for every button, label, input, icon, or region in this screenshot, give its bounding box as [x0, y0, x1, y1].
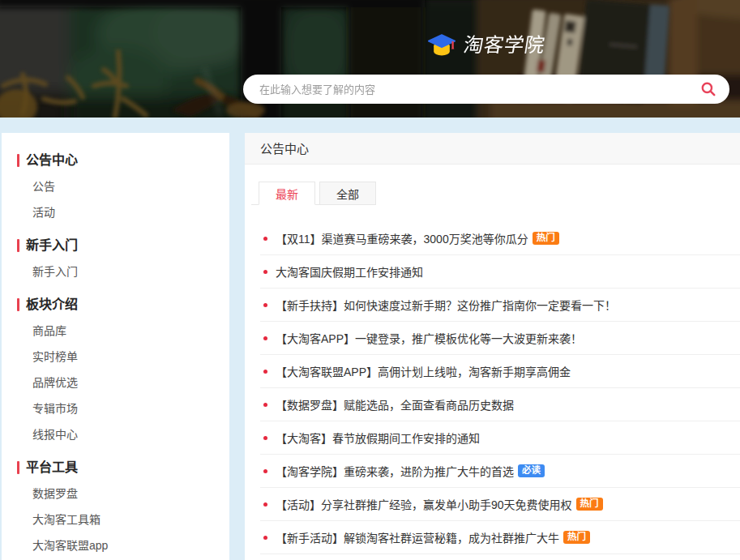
sidebar-item[interactable]: 线报中心	[2, 421, 229, 447]
tab-bar: 最新全部	[251, 182, 376, 205]
brand-logo[interactable]: 淘客学院	[0, 33, 740, 58]
sidebar-item[interactable]: 新手入门	[2, 259, 229, 284]
sidebar-section-title-label: 新手入门	[26, 238, 78, 252]
brand-name: 淘客学院	[462, 36, 546, 56]
announcement-title: 【活动】分享社群推广经验，赢发单小助手90天免费使用权	[276, 496, 572, 512]
tab-active[interactable]: 最新	[259, 182, 315, 205]
announcement-title: 【大淘客APP】一键登录，推广模板优化等一大波更新来袭！	[276, 330, 582, 346]
sidebar-section-title-label: 平台工具	[26, 460, 78, 474]
sidebar-section-title[interactable]: 公告中心	[2, 147, 229, 173]
sidebar-section-title[interactable]: 平台工具	[2, 455, 229, 481]
announcement-title: 【大淘客联盟APP】高佣计划上线啦，淘客新手期享高佣金	[276, 363, 571, 379]
announcement-row[interactable]: 【淘客学院】重磅来袭，进阶为推广大牛的首选必读	[260, 455, 740, 488]
sidebar-item[interactable]: 品牌优选	[2, 370, 229, 395]
sidebar-item[interactable]: 大淘客工具箱	[2, 507, 229, 532]
sidebar-item[interactable]: 专辑市场	[2, 395, 229, 421]
announcement-row[interactable]: 【大淘客APP】一键登录，推广模板优化等一大波更新来袭！	[260, 322, 740, 355]
announcement-title: 大淘客国庆假期工作安排通知	[276, 263, 423, 280]
badge-hot: 热门	[533, 232, 559, 245]
sidebar-item[interactable]: 公告	[2, 173, 229, 199]
bullet-icon	[263, 436, 267, 440]
sidebar-section-title-label: 公告中心	[26, 153, 78, 167]
red-bar-icon	[17, 298, 20, 311]
bullet-icon	[263, 502, 267, 507]
bullet-icon	[263, 469, 267, 473]
sidebar-item[interactable]: 大淘客联盟app	[2, 532, 229, 558]
red-bar-icon	[17, 154, 20, 167]
announcement-title: 【双11】渠道赛马重磅来袭，3000万奖池等你瓜分	[276, 230, 528, 246]
announcement-title: 【新手活动】解锁淘客社群运营秘籍，成为社群推广大牛	[276, 529, 559, 545]
sidebar-section-title-label: 板块介绍	[26, 297, 78, 311]
sidebar-section: 平台工具数据罗盘大淘客工具箱大淘客联盟app	[2, 455, 229, 558]
red-bar-icon	[17, 461, 20, 474]
badge-hot: 热门	[563, 531, 590, 544]
sidebar-item[interactable]: 实时榜单	[2, 344, 229, 370]
bullet-icon	[263, 370, 267, 374]
graduation-cap-icon	[428, 33, 456, 58]
page: 淘客学院 公告中心公告活动新手入门新手入门板块介绍商品库实时榜单品牌优选专辑市场…	[0, 0, 740, 560]
red-bar-icon	[17, 239, 20, 252]
page-title: 公告中心	[245, 133, 740, 165]
sidebar-item[interactable]: 数据罗盘	[2, 481, 229, 507]
announcement-row[interactable]: 【新手扶持】如何快速度过新手期？这份推广指南你一定要看一下！	[260, 289, 740, 322]
search-bar	[243, 75, 729, 104]
site-header: 淘客学院	[0, 0, 740, 118]
sidebar-section-title[interactable]: 板块介绍	[2, 292, 229, 318]
announcement-title: 【新手扶持】如何快速度过新手期？这份推广指南你一定要看一下！	[276, 297, 616, 313]
sidebar-section-title[interactable]: 新手入门	[2, 233, 229, 259]
main-panel: 公告中心 最新全部 【双11】渠道赛马重磅来袭，3000万奖池等你瓜分热门大淘客…	[245, 133, 740, 560]
search-icon	[700, 81, 716, 97]
announcement-row[interactable]: 【大淘客联盟APP】高佣计划上线啦，淘客新手期享高佣金	[260, 355, 740, 388]
search-button[interactable]	[691, 75, 726, 104]
bullet-icon	[263, 403, 267, 407]
sidebar-section: 公告中心公告活动	[2, 147, 229, 225]
announcement-row[interactable]: 【新手活动】解锁淘客社群运营秘籍，成为社群推广大牛热门	[260, 521, 740, 554]
announcement-row[interactable]: 【活动】分享社群推广经验，赢发单小助手90天免费使用权热门	[260, 488, 740, 521]
bullet-icon	[263, 237, 267, 241]
announcement-row[interactable]: 【双11】渠道赛马重磅来袭，3000万奖池等你瓜分热门	[260, 222, 740, 255]
sidebar: 公告中心公告活动新手入门新手入门板块介绍商品库实时榜单品牌优选专辑市场线报中心平…	[2, 133, 229, 560]
tab-inactive[interactable]: 全部	[319, 182, 376, 205]
sidebar-section: 新手入门新手入门	[2, 233, 229, 284]
announcement-row[interactable]: 【数据罗盘】赋能选品，全面查看商品历史数据	[260, 388, 740, 421]
bullet-icon	[263, 336, 267, 340]
content-area: 公告中心公告活动新手入门新手入门板块介绍商品库实时榜单品牌优选专辑市场线报中心平…	[0, 118, 740, 560]
sidebar-item[interactable]: 活动	[2, 199, 229, 225]
bullet-icon	[263, 536, 267, 540]
announcement-title: 【淘客学院】重磅来袭，进阶为推广大牛的首选	[276, 463, 514, 479]
badge-must: 必读	[518, 464, 545, 477]
bullet-icon	[263, 303, 267, 307]
announcement-title: 【大淘客】春节放假期间工作安排的通知	[276, 430, 480, 446]
sidebar-section: 板块介绍商品库实时榜单品牌优选专辑市场线报中心	[2, 292, 229, 447]
badge-hot: 热门	[576, 498, 603, 511]
announcement-row[interactable]: 大淘客国庆假期工作安排通知	[260, 255, 740, 289]
announcement-list: 【双11】渠道赛马重磅来袭，3000万奖池等你瓜分热门大淘客国庆假期工作安排通知…	[245, 222, 740, 554]
bullet-icon	[263, 270, 267, 274]
sidebar-item[interactable]: 商品库	[2, 318, 229, 344]
announcement-row[interactable]: 【大淘客】春节放假期间工作安排的通知	[260, 421, 740, 455]
announcement-title: 【数据罗盘】赋能选品，全面查看商品历史数据	[276, 396, 514, 413]
search-input[interactable]	[243, 75, 691, 104]
